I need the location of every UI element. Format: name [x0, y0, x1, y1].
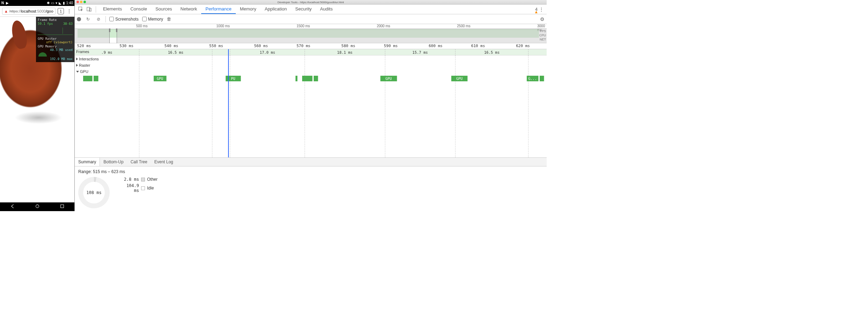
gpu-block[interactable]: GPU [154, 76, 167, 81]
tab-audits[interactable]: Audits [316, 5, 337, 14]
gpu-block[interactable]: GPU [380, 76, 397, 81]
flame-ruler-tick: 520 ms [77, 44, 91, 48]
insecure-warning-icon: ▲ [4, 9, 8, 13]
gpu-block[interactable] [314, 76, 319, 81]
flame-ruler-tick: 530 ms [119, 44, 133, 48]
hud-gpu-raster-value: off (viewport) [38, 40, 73, 44]
window-title-text: Developer Tools - https://localhost:5000… [277, 1, 344, 4]
legend-row: 104.9 msIdle [119, 183, 158, 193]
android-n-icon: N [1, 1, 4, 5]
summary-range: Range: 515 ms – 623 ms [78, 169, 543, 174]
gpu-block[interactable] [94, 76, 99, 81]
frame-cell[interactable]: 16.5 ms [528, 49, 547, 55]
overview-button[interactable] [60, 204, 65, 210]
svg-point-0 [36, 205, 39, 208]
tab-performance[interactable]: Performance [201, 5, 235, 14]
overview-selection-handle[interactable] [109, 29, 117, 43]
gpu-block[interactable]: G... [527, 76, 539, 81]
tab-application[interactable]: Application [261, 5, 291, 14]
window-titlebar: Developer Tools - https://localhost:5000… [75, 0, 547, 5]
interactions-row-label[interactable]: Interactions [76, 57, 99, 61]
frame-cell[interactable]: 18.1 ms [305, 49, 385, 55]
hud-gpu-mem-label: GPU Memory [38, 45, 73, 48]
hud-fps-range: 30-63 [63, 22, 73, 25]
garbage-collect-icon[interactable]: 🗑 [167, 16, 171, 22]
flame-ruler-tick: 600 ms [429, 44, 443, 48]
tab-switcher-button[interactable]: 1 [58, 8, 64, 14]
mobile-device-frame: N ▶ ✱ ▭ ▾ ◣ ▮ 1:40 ▲ https://localhost:5… [0, 0, 75, 211]
reload-button[interactable]: ↻ [85, 16, 92, 23]
flame-ruler-tick: 590 ms [384, 44, 398, 48]
gpu-block[interactable] [296, 76, 297, 81]
warning-count[interactable]: ▲4 [534, 7, 538, 12]
clear-button[interactable]: ⊘ [95, 16, 102, 23]
detail-tabs: SummaryBottom-UpCall TreeEvent Log [75, 157, 547, 166]
url-input[interactable]: ▲ https://localhost:5000/goodbl [2, 8, 56, 15]
playhead[interactable] [228, 49, 229, 157]
overview-tick: 500 ms [136, 24, 148, 28]
bluetooth-icon: ✱ [47, 1, 50, 5]
screenshots-checkbox[interactable]: Screenshots [109, 17, 139, 22]
wifi-icon: ▾ [56, 1, 57, 5]
tab-console[interactable]: Console [126, 5, 151, 14]
back-button[interactable] [10, 204, 15, 210]
frame-cell[interactable]: 17.0 ms [230, 49, 304, 55]
gpu-block[interactable] [302, 76, 313, 81]
tab-security[interactable]: Security [291, 5, 316, 14]
detail-tab-summary[interactable]: Summary [75, 158, 100, 166]
tab-elements[interactable]: Elements [99, 5, 126, 14]
memory-checkbox[interactable]: Memory [142, 17, 163, 22]
tab-network[interactable]: Network [176, 5, 202, 14]
settings-gear-icon[interactable]: ⚙ [540, 16, 545, 22]
vibrate-icon: ▭ [51, 1, 54, 5]
gpu-block[interactable] [540, 76, 545, 81]
gpu-block[interactable] [83, 76, 93, 81]
frame-cell[interactable]: .9 ms [75, 49, 139, 55]
flame-ruler-tick: 620 ms [516, 44, 530, 48]
overview-tick: 1000 ms [216, 24, 229, 28]
inspect-element-icon[interactable] [77, 6, 85, 13]
detail-tab-bottom-up[interactable]: Bottom-Up [100, 158, 127, 166]
battery-icon: ▮ [63, 1, 65, 5]
clock-text: 1:40 [66, 1, 73, 5]
flame-ruler-tick: 550 ms [209, 44, 223, 48]
record-button[interactable] [77, 17, 81, 21]
flame-ruler-tick: 570 ms [297, 44, 311, 48]
gpu-block[interactable]: GPU [451, 76, 468, 81]
hud-gpu-raster-label: GPU Raster [38, 37, 73, 40]
gpu-row-label[interactable]: GPU [76, 69, 88, 74]
overview-tick: 2000 ms [377, 24, 390, 28]
frame-cell[interactable]: 15.7 ms [385, 49, 455, 55]
traffic-lights[interactable] [76, 1, 86, 3]
hud-frame-rate-label: Frame Rate [38, 18, 73, 22]
tab-memory[interactable]: Memory [236, 5, 261, 14]
devtools-tabbar: ElementsConsoleSourcesNetworkPerformance… [75, 5, 547, 14]
device-toolbar-icon[interactable] [85, 6, 93, 13]
detail-tab-event-log[interactable]: Event Log [151, 158, 177, 166]
rendering-hud: Frame Rate 59.1 fps 30-63 GPU Raster off… [36, 17, 74, 62]
chrome-menu-button[interactable]: ⋮ [66, 8, 72, 14]
tab-sources[interactable]: Sources [151, 5, 176, 14]
flame-ruler-tick: 560 ms [254, 44, 268, 48]
flame-ruler-tick: 610 ms [471, 44, 485, 48]
page-content[interactable]: Frame Rate 59.1 fps 30-63 GPU Raster off… [0, 17, 74, 202]
svg-rect-3 [87, 7, 89, 11]
devtools-window: Developer Tools - https://localhost:5000… [75, 0, 547, 211]
flame-ruler[interactable]: 520 ms530 ms540 ms550 ms560 ms570 ms580 … [75, 43, 547, 49]
flame-body[interactable]: Frames .9 ms16.5 ms17.0 ms18.1 ms15.7 ms… [75, 49, 547, 157]
timeline-overview[interactable]: 500 ms1000 ms1500 ms2000 ms2500 ms3000 m… [75, 24, 547, 43]
frames-track[interactable]: Frames .9 ms16.5 ms17.0 ms18.1 ms15.7 ms… [75, 49, 547, 55]
summary-panel: Range: 515 ms – 623 ms 108 ms 2.8 msOthe… [75, 166, 547, 211]
home-button[interactable] [35, 204, 40, 210]
legend-row: 2.8 msOther [119, 177, 158, 182]
frame-cell[interactable]: 16.5 ms [139, 49, 212, 55]
chrome-omnibox-row: ▲ https://localhost:5000/goodbl 1 ⋮ [0, 6, 74, 17]
devtools-menu-icon[interactable]: ⋮ [538, 7, 545, 12]
signal-icon: ◣ [59, 1, 61, 5]
frame-cell[interactable]: 16.5 ms [455, 49, 528, 55]
url-text: https://localhost:5000/goodbl [9, 9, 53, 13]
overview-tick: 1500 ms [297, 24, 310, 28]
raster-row-label[interactable]: Raster [76, 63, 90, 67]
frame-cell[interactable] [212, 49, 230, 55]
detail-tab-call-tree[interactable]: Call Tree [127, 158, 151, 166]
